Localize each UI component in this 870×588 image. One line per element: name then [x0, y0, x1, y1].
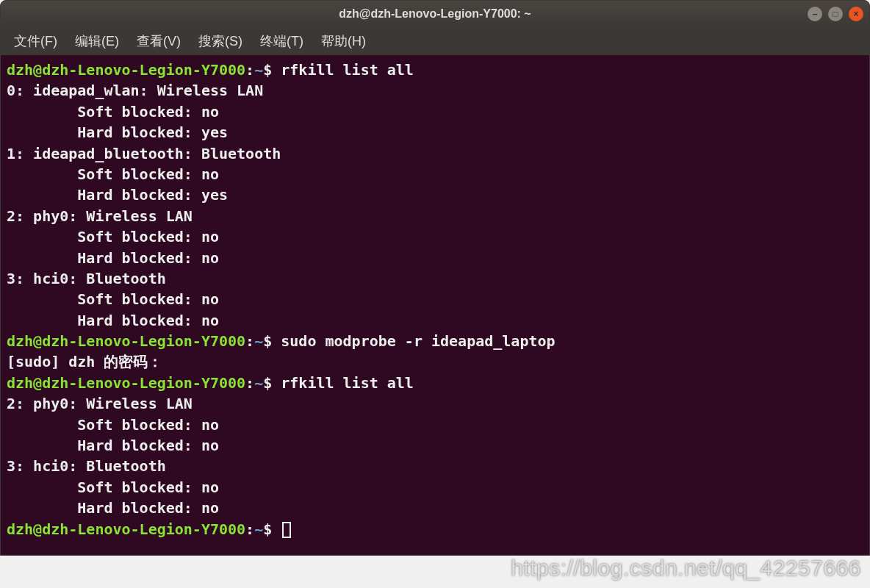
terminal-body[interactable]: dzh@dzh-Lenovo-Legion-Y7000:~$ rfkill li… — [1, 55, 869, 555]
prompt-userhost: dzh@dzh-Lenovo-Legion-Y7000 — [7, 520, 245, 538]
prompt-userhost: dzh@dzh-Lenovo-Legion-Y7000 — [7, 374, 245, 392]
close-button[interactable]: × — [849, 7, 863, 21]
output-line: [sudo] dzh 的密码： — [7, 353, 162, 370]
output-line: Hard blocked: no — [7, 437, 219, 454]
output-line: 0: ideapad_wlan: Wireless LAN — [7, 82, 263, 99]
output-line: 1: ideapad_bluetooth: Bluetooth — [7, 145, 281, 162]
cursor-icon — [282, 522, 291, 538]
prompt-colon: : — [245, 61, 254, 79]
prompt-dollar: $ — [263, 374, 272, 392]
prompt-dollar: $ — [263, 520, 272, 538]
prompt-dollar: $ — [263, 332, 272, 350]
maximize-button[interactable]: □ — [828, 7, 843, 21]
window-title: dzh@dzh-Lenovo-Legion-Y7000: ~ — [339, 7, 531, 21]
titlebar[interactable]: dzh@dzh-Lenovo-Legion-Y7000: ~ – □ × — [1, 1, 869, 27]
menu-edit[interactable]: 编辑(E) — [69, 29, 125, 53]
menu-search[interactable]: 搜索(S) — [193, 29, 248, 53]
output-line: Soft blocked: no — [7, 228, 219, 245]
watermark: https://blog.csdn.net/qq_42257666 — [511, 556, 861, 581]
prompt-dollar: $ — [263, 61, 272, 79]
window-controls: – □ × — [808, 7, 863, 21]
prompt-path: ~ — [254, 520, 263, 538]
menu-terminal[interactable]: 终端(T) — [254, 29, 309, 53]
command-3: rfkill list all — [272, 374, 414, 392]
terminal-window: dzh@dzh-Lenovo-Legion-Y7000: ~ – □ × 文件(… — [0, 0, 870, 556]
output-line: Soft blocked: no — [7, 103, 219, 121]
command-4 — [272, 520, 281, 538]
output-line: Hard blocked: yes — [7, 123, 228, 141]
menubar: 文件(F) 编辑(E) 查看(V) 搜索(S) 终端(T) 帮助(H) — [1, 27, 869, 55]
prompt-userhost: dzh@dzh-Lenovo-Legion-Y7000 — [7, 332, 245, 350]
command-2: sudo modprobe -r ideapad_laptop — [272, 332, 555, 350]
menu-view[interactable]: 查看(V) — [131, 29, 187, 53]
output-line: Soft blocked: no — [7, 478, 219, 496]
output-line: Soft blocked: no — [7, 416, 219, 434]
output-line: Hard blocked: no — [7, 249, 219, 267]
menu-help[interactable]: 帮助(H) — [315, 29, 372, 53]
output-line: 3: hci0: Bluetooth — [7, 270, 166, 287]
prompt-colon: : — [245, 332, 254, 350]
prompt-colon: : — [245, 374, 254, 392]
output-line: Hard blocked: no — [7, 312, 219, 329]
prompt-userhost: dzh@dzh-Lenovo-Legion-Y7000 — [7, 61, 245, 79]
output-line: Soft blocked: no — [7, 165, 219, 183]
output-line: Hard blocked: no — [7, 499, 219, 517]
menu-file[interactable]: 文件(F) — [8, 29, 63, 53]
prompt-path: ~ — [254, 61, 263, 79]
prompt-path: ~ — [254, 332, 263, 350]
output-line: Hard blocked: yes — [7, 186, 228, 204]
output-line: 2: phy0: Wireless LAN — [7, 395, 193, 412]
prompt-path: ~ — [254, 374, 263, 392]
prompt-colon: : — [245, 520, 254, 538]
output-line: Soft blocked: no — [7, 290, 219, 308]
output-line: 3: hci0: Bluetooth — [7, 457, 166, 475]
minimize-button[interactable]: – — [808, 7, 822, 21]
output-line: 2: phy0: Wireless LAN — [7, 207, 193, 225]
command-1: rfkill list all — [272, 61, 414, 79]
